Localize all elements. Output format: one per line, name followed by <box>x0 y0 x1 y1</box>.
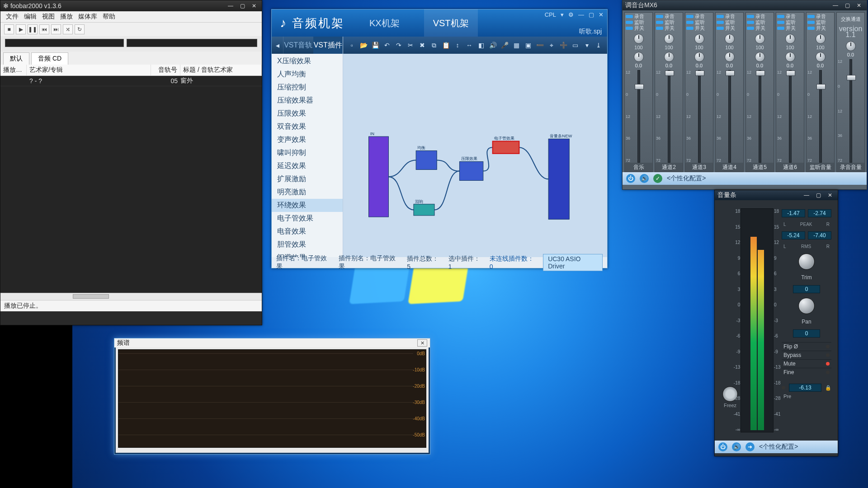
snap-icon[interactable]: ▣ <box>523 40 533 50</box>
pan-knob[interactable] <box>798 298 815 314</box>
pan-knob[interactable] <box>816 52 826 62</box>
gain-knob[interactable] <box>664 34 674 44</box>
pan-knob[interactable] <box>725 52 735 62</box>
fader-handle[interactable] <box>816 84 826 89</box>
effects-list[interactable]: X压缩效果人声均衡压缩控制压缩效果器压限效果双音效果变声效果啸叫抑制延迟效果扩展… <box>272 54 343 257</box>
close-button[interactable]: ✕ <box>825 192 835 199</box>
seek-bar[interactable] <box>5 39 124 47</box>
gain-knob[interactable] <box>634 34 644 44</box>
undo-icon[interactable]: ↶ <box>382 40 392 50</box>
toggle-switch[interactable] <box>777 15 784 18</box>
zoom-in-icon[interactable]: ➕ <box>558 40 568 50</box>
gain-knob[interactable] <box>755 34 765 44</box>
footer-label[interactable]: <个性化配置> <box>667 174 706 183</box>
maximize-button[interactable]: ▢ <box>813 192 823 199</box>
effect-item[interactable]: 电音效果 <box>272 225 343 238</box>
minimize-button[interactable]: — <box>578 11 584 18</box>
effect-item[interactable]: 双音效果 <box>272 120 343 133</box>
gear-icon[interactable]: ⚙ <box>568 11 574 18</box>
effect-item[interactable]: 压限效果 <box>272 107 343 120</box>
gain-knob[interactable] <box>725 34 735 44</box>
effect-item[interactable]: 环绕效果 <box>272 199 343 212</box>
toggle-switch[interactable] <box>717 27 724 30</box>
zoom-reset-icon[interactable]: ⌖ <box>547 40 557 50</box>
main-tab[interactable]: VST机架 <box>424 9 478 38</box>
gain-knob[interactable] <box>816 34 826 44</box>
grid-icon[interactable]: ▦ <box>511 40 521 50</box>
sidebar-tab-tracks[interactable]: VST音轨 <box>283 37 313 54</box>
redo-icon[interactable]: ↷ <box>394 40 404 50</box>
fader-handle[interactable] <box>665 70 674 76</box>
sidebar-tab-plugins[interactable]: VST插件 <box>313 37 343 54</box>
maximize-button[interactable]: ▢ <box>842 2 852 9</box>
prev-button[interactable]: ⏮ <box>39 24 49 34</box>
toggle-switch[interactable] <box>626 15 633 18</box>
fader-handle[interactable] <box>695 70 704 76</box>
playlist-row[interactable]: ? - ? 05 窗外 <box>0 76 262 86</box>
close-button[interactable]: ✕ <box>249 2 259 9</box>
foobar-titlebar[interactable]: ✻ foobar2000 v1.3.6 — ▢ ✕ <box>0 0 262 11</box>
microphone-icon[interactable]: 🎤 <box>500 40 509 50</box>
pan-knob[interactable] <box>634 52 644 62</box>
fader-handle[interactable] <box>756 70 765 76</box>
column-header[interactable]: 播放… 艺术家/专辑 音轨号 标题 / 音轨艺术家 <box>0 65 262 76</box>
toggle-switch[interactable] <box>747 27 754 30</box>
speaker-icon[interactable]: 🔊 <box>732 442 741 451</box>
down-icon[interactable]: ▾ <box>582 40 592 50</box>
minimize-button[interactable]: — <box>226 2 236 9</box>
toggle-switch[interactable] <box>807 21 815 24</box>
toggle-switch[interactable] <box>717 21 724 24</box>
plugin-node[interactable]: 压限效果 <box>459 156 483 180</box>
toggle-switch[interactable] <box>656 15 663 18</box>
h-scrollbar[interactable] <box>0 293 262 300</box>
menu-视图[interactable]: 视图 <box>42 13 55 21</box>
pan-knob[interactable] <box>755 52 765 62</box>
footer-label[interactable]: <个性化配置> <box>759 443 798 451</box>
effect-item[interactable]: 变声效果 <box>272 133 343 146</box>
toggle-Bypass[interactable]: Bypass <box>782 351 831 359</box>
toggle-Flip Ø[interactable]: Flip Ø <box>782 342 831 351</box>
power-icon[interactable]: ⏻ <box>626 174 635 183</box>
mixer-titlebar[interactable]: 调音台MX6 — ▢ ✕ <box>623 0 867 10</box>
toggle-switch[interactable] <box>686 21 693 24</box>
playlist[interactable]: ? - ? 05 窗外 <box>0 76 262 293</box>
toggle-switch[interactable] <box>807 15 815 18</box>
close-button[interactable]: ✕ <box>417 339 427 347</box>
toggle-switch[interactable] <box>626 21 633 24</box>
effect-item[interactable]: X压缩效果 <box>272 55 343 68</box>
export-icon[interactable]: ⤓ <box>594 40 604 50</box>
effect-item[interactable]: 电子管效果 <box>272 212 343 225</box>
audio-driver[interactable]: UC30 ASIO Driver <box>543 254 603 271</box>
toggle-switch[interactable] <box>656 21 663 24</box>
check-icon[interactable]: ✓ <box>653 174 662 183</box>
toggle-switch[interactable] <box>717 15 724 18</box>
speaker-icon[interactable]: 🔊 <box>488 40 498 50</box>
open-icon[interactable]: 📂 <box>359 40 368 50</box>
speaker-icon[interactable]: 🔊 <box>640 174 649 183</box>
toggle-switch[interactable] <box>777 21 784 24</box>
repeat-button[interactable]: ↻ <box>75 24 85 34</box>
effect-item[interactable]: 压缩效果器 <box>272 94 343 107</box>
gain-knob[interactable] <box>694 34 704 44</box>
toggle-switch[interactable] <box>747 21 754 24</box>
pan-knob[interactable] <box>664 52 674 62</box>
cpl-label[interactable]: CPL <box>545 11 556 18</box>
toggle-switch[interactable] <box>777 27 784 30</box>
toggle-switch[interactable] <box>656 27 663 30</box>
trim-knob[interactable] <box>798 253 815 270</box>
paste-icon[interactable]: 📋 <box>441 40 451 50</box>
fader-handle[interactable] <box>786 70 795 76</box>
plugin-node[interactable]: 音量条NEW <box>548 133 572 219</box>
maximize-button[interactable]: ▢ <box>589 11 594 18</box>
minimize-button[interactable]: — <box>830 2 840 9</box>
node-canvas[interactable]: IN均衡压限效果电子管效果音量条NEW混响 <box>343 54 607 257</box>
plugin-node[interactable]: 混响 <box>414 199 434 216</box>
effect-item[interactable]: 压缩控制 <box>272 81 343 94</box>
plugin-node[interactable]: 均衡 <box>416 145 437 169</box>
playlist-tab[interactable]: 默认 <box>3 52 29 65</box>
menu-编辑[interactable]: 编辑 <box>24 13 37 21</box>
gain-knob[interactable] <box>785 34 795 44</box>
window-icon[interactable]: ▭ <box>570 40 580 50</box>
pan-knob[interactable] <box>846 41 856 51</box>
maximize-button[interactable]: ▢ <box>237 2 247 9</box>
